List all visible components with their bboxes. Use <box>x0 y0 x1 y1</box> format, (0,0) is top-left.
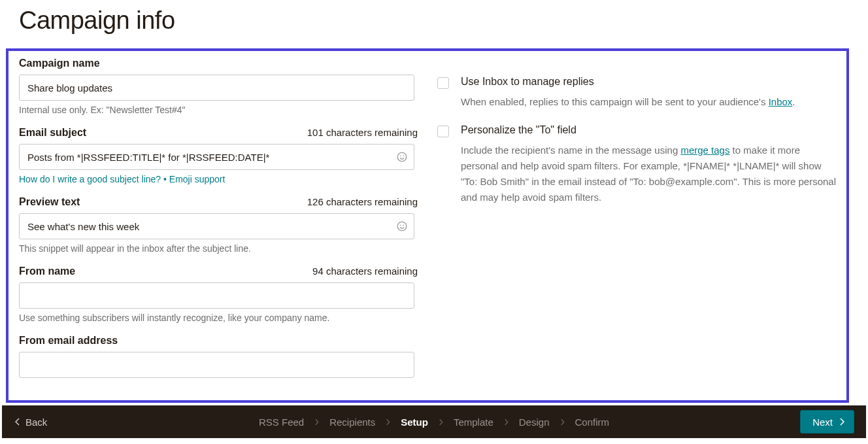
back-button-label: Back <box>25 417 47 428</box>
chevron-right-icon <box>439 418 443 426</box>
field-from-name: From name 94 characters remaining Use so… <box>19 265 418 323</box>
from-email-input[interactable] <box>19 352 414 378</box>
svg-point-0 <box>397 152 407 162</box>
svg-point-5 <box>403 225 405 226</box>
svg-point-3 <box>397 222 407 231</box>
page-title: Campaign info <box>19 7 175 35</box>
svg-point-2 <box>403 156 405 157</box>
breadcrumb-step-design[interactable]: Design <box>519 417 550 428</box>
breadcrumb-step-recipients[interactable]: Recipients <box>329 417 375 428</box>
preview-text-help: This snippet will appear in the inbox af… <box>19 243 418 254</box>
breadcrumb-step-template[interactable]: Template <box>454 417 493 428</box>
preview-text-remaining: 126 characters remaining <box>307 196 418 207</box>
next-button[interactable]: Next <box>800 410 854 434</box>
from-name-input[interactable] <box>19 282 414 309</box>
field-preview-text: Preview text 126 characters remaining Th… <box>19 196 418 254</box>
svg-point-1 <box>400 156 401 157</box>
subject-line-help-link[interactable]: How do I write a good subject line? <box>19 174 161 184</box>
chevron-right-icon <box>559 418 564 426</box>
inbox-link[interactable]: Inbox <box>769 96 793 107</box>
email-subject-links: How do I write a good subject line? • Em… <box>19 174 418 184</box>
bottom-bar: Back RSS FeedRecipientsSetupTemplateDesi… <box>2 405 866 438</box>
campaign-name-input[interactable] <box>19 75 414 101</box>
chevron-right-icon <box>839 418 844 426</box>
wizard-breadcrumb: RSS FeedRecipientsSetupTemplateDesignCon… <box>259 417 609 428</box>
option-personalize-to: Personalize the "To" field Include the r… <box>437 124 839 205</box>
svg-point-4 <box>400 225 401 226</box>
personalize-to-desc: Include the recipient's name in the mess… <box>461 143 840 205</box>
personalize-to-label: Personalize the "To" field <box>461 124 576 136</box>
campaign-name-help: Internal use only. Ex: "Newsletter Test#… <box>19 105 418 115</box>
use-inbox-label: Use Inbox to manage replies <box>461 76 594 88</box>
field-email-subject: Email subject 101 characters remaining H… <box>19 127 418 184</box>
chevron-left-icon <box>15 418 20 426</box>
field-from-email: From email address <box>19 335 418 378</box>
use-inbox-checkbox[interactable] <box>437 77 449 89</box>
emoji-picker-icon[interactable] <box>395 150 409 164</box>
back-button[interactable]: Back <box>15 417 47 428</box>
emoji-support-link[interactable]: Emoji support <box>169 174 225 184</box>
chevron-right-icon <box>386 418 390 426</box>
left-column: Campaign name Internal use only. Ex: "Ne… <box>19 58 418 390</box>
chevron-right-icon <box>504 418 509 426</box>
merge-tags-link[interactable]: merge tags <box>680 145 729 156</box>
email-subject-label: Email subject <box>19 127 86 139</box>
email-subject-remaining: 101 characters remaining <box>307 127 418 138</box>
from-name-help: Use something subscribers will instantly… <box>19 313 418 323</box>
preview-text-label: Preview text <box>19 196 80 208</box>
from-email-label: From email address <box>19 335 118 347</box>
next-button-label: Next <box>812 417 833 428</box>
breadcrumb-step-rss-feed[interactable]: RSS Feed <box>259 417 304 428</box>
email-subject-input[interactable] <box>19 144 414 170</box>
campaign-name-label: Campaign name <box>19 58 100 69</box>
preview-text-input[interactable] <box>19 213 414 239</box>
use-inbox-desc: When enabled, replies to this campaign w… <box>461 94 840 110</box>
option-use-inbox: Use Inbox to manage replies When enabled… <box>437 76 839 110</box>
chevron-right-icon <box>314 418 319 426</box>
form-area: Campaign name Internal use only. Ex: "Ne… <box>19 58 843 398</box>
emoji-picker-icon[interactable] <box>395 219 409 233</box>
personalize-to-checkbox[interactable] <box>437 126 449 137</box>
breadcrumb-step-setup[interactable]: Setup <box>401 417 428 428</box>
from-name-label: From name <box>19 265 75 277</box>
right-column: Use Inbox to manage replies When enabled… <box>437 76 839 220</box>
breadcrumb-step-confirm[interactable]: Confirm <box>575 417 609 428</box>
from-name-remaining: 94 characters remaining <box>312 265 418 277</box>
field-campaign-name: Campaign name Internal use only. Ex: "Ne… <box>19 58 418 115</box>
